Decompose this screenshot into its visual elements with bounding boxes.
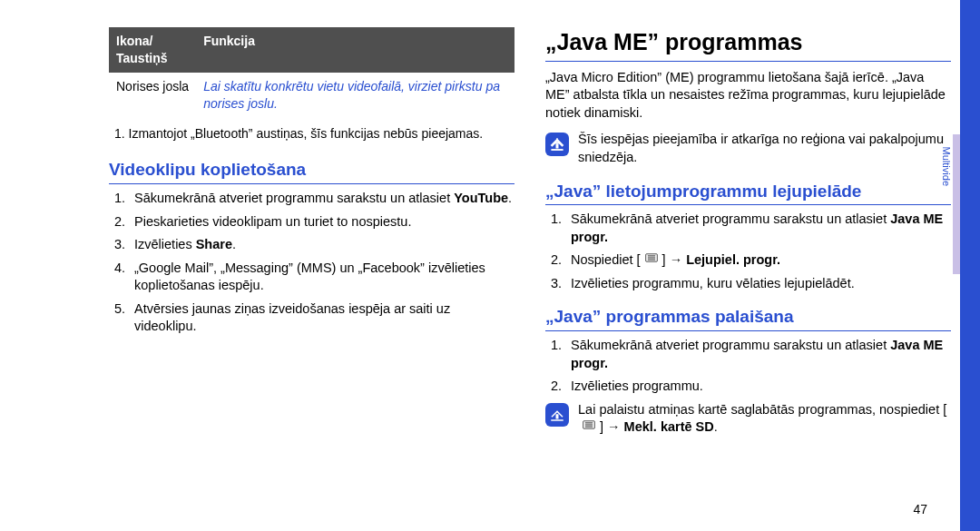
menu-key-icon: [641, 252, 662, 263]
tip-availability: Šīs iespējas pieejamība ir atkarīga no r…: [545, 131, 951, 166]
page-number: 47: [913, 501, 927, 518]
side-tab-blue: [960, 0, 980, 531]
page-content: Ikona/ Taustiņš Funkcija Norises josla L…: [0, 0, 980, 531]
list-item: Sākumekrānā atveriet programmu sarakstu …: [545, 337, 951, 372]
menu-key-icon: [578, 419, 600, 430]
tip-sdcard: Lai palaistu atmiņas kartē saglabātās pr…: [545, 401, 951, 437]
videoshare-steps: Sākumekrānā atveriet programmu sarakstu …: [109, 190, 514, 336]
main-heading-javame: „Java ME” programmas: [545, 27, 951, 62]
side-tab-label: Multivide: [939, 147, 953, 186]
side-tab-accent: [953, 134, 960, 274]
list-item: Izvēlieties programmu, kuru vēlaties lej…: [545, 275, 951, 293]
table-row: Norises josla Lai skatītu konkrētu vietu…: [109, 73, 514, 118]
left-column: Ikona/ Taustiņš Funkcija Norises josla L…: [109, 27, 514, 518]
list-item: Sākumekrānā atveriet programmu sarakstu …: [545, 211, 951, 246]
javadownload-steps: Sākumekrānā atveriet programmu sarakstu …: [545, 211, 951, 292]
svg-rect-6: [556, 414, 559, 418]
list-item: Atvērsies jaunas ziņas izveidošanas iesp…: [109, 300, 514, 336]
table-header-function: Funkcija: [196, 27, 514, 73]
list-item: „Google Mail”, „Messaging” (MMS) un „Fac…: [109, 260, 514, 295]
list-item: Nospiediet [] → Lejupiel. progr.: [545, 251, 951, 270]
section-heading-javadownload: „Java” lietojumprogrammu lejupielāde: [545, 180, 951, 206]
list-item: Izvēlieties Share.: [109, 236, 514, 254]
list-item: Izvēlieties programmu.: [545, 378, 951, 396]
list-item: Pieskarieties videoklipam un turiet to n…: [109, 213, 514, 231]
list-item: Sākumekrānā atveriet programmu sarakstu …: [109, 190, 514, 208]
cell-icon: Norises josla: [109, 73, 196, 118]
tip-text: Šīs iespējas pieejamība ir atkarīga no r…: [578, 131, 951, 166]
table-footnote: 1. Izmantojot „Bluetooth” austiņas, šīs …: [109, 125, 514, 143]
note-icon: [545, 133, 569, 156]
right-column: „Java ME” programmas „Java Micro Edition…: [545, 27, 951, 518]
javalaunch-steps: Sākumekrānā atveriet programmu sarakstu …: [545, 337, 951, 396]
intro-text: „Java Micro Edition” (ME) programmu liet…: [545, 69, 951, 123]
tip-text: Lai palaistu atmiņas kartē saglabātās pr…: [578, 401, 951, 437]
table-header-icon: Ikona/ Taustiņš: [109, 27, 196, 73]
cell-function: Lai skatītu konkrētu vietu videofailā, v…: [196, 73, 514, 118]
section-heading-videoshare: Videoklipu koplietošana: [109, 158, 514, 184]
section-heading-javalaunch: „Java” programmas palaišana: [545, 305, 951, 331]
note-icon: [545, 403, 569, 427]
icon-function-table: Ikona/ Taustiņš Funkcija Norises josla L…: [109, 27, 514, 118]
svg-rect-0: [556, 144, 559, 149]
